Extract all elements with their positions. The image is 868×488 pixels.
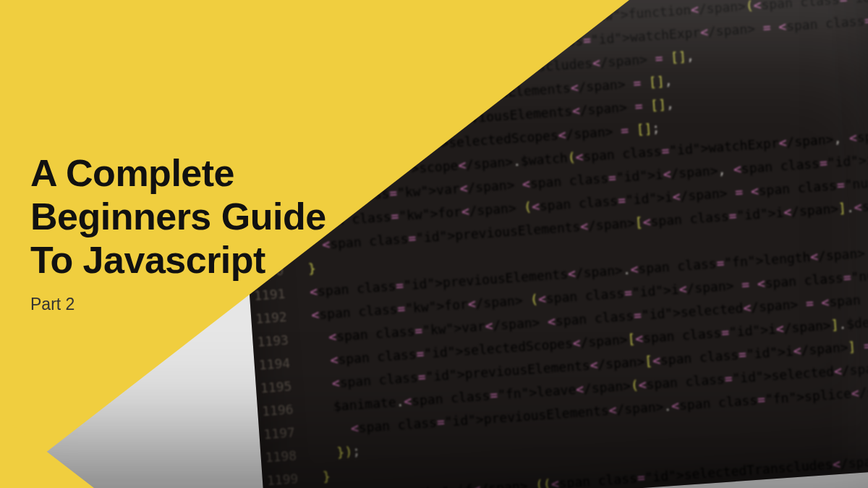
title-line: A Complete <box>30 152 234 194</box>
title-line: To Javascript <box>30 239 265 281</box>
hero-banner: 1180 1181 1182 1183 1184 1185 1186 1187 … <box>0 0 868 488</box>
hero-subtitle: Part 2 <box>30 295 450 314</box>
title-block: A Complete Beginners Guide To Javascript… <box>30 152 450 314</box>
yellow-corner-overlay <box>0 416 94 488</box>
hero-title: A Complete Beginners Guide To Javascript <box>30 152 450 282</box>
title-line: Beginners Guide <box>30 195 326 237</box>
